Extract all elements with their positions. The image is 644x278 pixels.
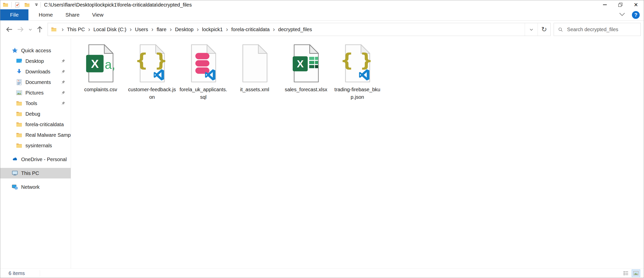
sidebar-item-label: This PC	[21, 170, 39, 176]
sidebar-tree: Quick accessDesktopDownloadsADocumentsPi…	[0, 45, 71, 192]
folder-app-icon	[3, 2, 9, 8]
file-tile[interactable]: Xa, complaints.csv	[75, 43, 126, 93]
breadcrumb-item[interactable]: lockpick1	[201, 27, 224, 32]
sidebar-item-quick-access[interactable]: Quick access	[0, 45, 71, 56]
ribbon-tab-bar: File Home Share View ?	[0, 9, 644, 21]
sidebar-item-label: sysinternals	[25, 143, 52, 149]
breadcrumb-separator-icon: ›	[167, 27, 174, 32]
close-button[interactable]: ×	[628, 0, 644, 9]
svg-text:A: A	[18, 80, 19, 82]
sidebar-item-label: Debug	[25, 111, 40, 117]
forward-button[interactable]	[15, 24, 26, 35]
sidebar-item-sysinternals[interactable]: sysinternals	[0, 140, 71, 151]
pin-icon	[60, 69, 66, 74]
breadcrumb-item[interactable]: flare	[156, 27, 168, 32]
breadcrumb-separator-icon: ›	[127, 27, 134, 32]
sidebar-item-this-pc[interactable]: This PC	[0, 168, 71, 178]
folder-icon	[16, 100, 23, 107]
breadcrumb-item[interactable]: Users	[134, 27, 149, 32]
tab-share[interactable]: Share	[59, 9, 86, 20]
star-icon	[11, 47, 18, 54]
status-bar: 6 items	[0, 268, 644, 278]
file-tile[interactable]: it_assets.xml	[229, 43, 280, 93]
breadcrumb-item[interactable]: decrypted_files	[277, 27, 313, 32]
arrow-right-icon	[17, 25, 25, 33]
sidebar-item-label: forela-criticaldata	[25, 122, 64, 127]
sidebar-item-documents[interactable]: ADocuments	[0, 77, 71, 87]
window-title: C:\Users\flare\Desktop\lockpick1\forela-…	[44, 2, 192, 8]
sidebar-item-network[interactable]: Network	[0, 182, 71, 192]
titlebar-separator-2	[41, 2, 41, 8]
file-list-area[interactable]: Xa, complaints.csv { } customer-feedback…	[71, 38, 644, 268]
sidebar-item-desktop[interactable]: Desktop	[0, 56, 71, 66]
breadcrumb-separator-icon: ›	[195, 27, 201, 32]
json-vscode-icon: { }	[137, 43, 167, 83]
file-tile[interactable]: { } trading-firebase_bkup.json	[332, 43, 383, 101]
thumbnails-view-button[interactable]	[632, 269, 640, 277]
excel-csv-icon: Xa,	[86, 43, 116, 83]
file-name: forela_uk_applicants.sql	[178, 86, 228, 101]
help-button[interactable]: ?	[632, 11, 640, 19]
file-tile[interactable]: X sales_forecast.xlsx	[280, 43, 332, 93]
quick-access-toolbar	[14, 2, 38, 8]
sidebar-item-label: Network	[21, 184, 40, 190]
maximize-restore-button[interactable]	[613, 0, 628, 9]
customize-toolbar-dropdown[interactable]	[35, 4, 38, 6]
svg-text:a,: a,	[105, 58, 115, 72]
onedrive-icon	[11, 156, 18, 163]
tab-file[interactable]: File	[0, 9, 28, 20]
chevron-down-icon	[618, 11, 626, 18]
search-icon	[558, 27, 563, 32]
details-view-button[interactable]	[622, 269, 630, 277]
sidebar-item-label: Real Malware Samp	[25, 132, 71, 138]
sidebar-item-tools[interactable]: Tools	[0, 98, 71, 109]
folder-icon	[16, 132, 23, 138]
sidebar-item-label: Quick access	[21, 48, 51, 54]
svg-text:{ }: { }	[137, 50, 167, 71]
tab-view[interactable]: View	[86, 9, 110, 20]
sidebar-item-onedrive-personal[interactable]: OneDrive - Personal	[0, 154, 71, 165]
folder-icon	[16, 111, 23, 117]
properties-button[interactable]	[14, 2, 20, 8]
address-history-dropdown[interactable]	[525, 23, 538, 36]
restore-icon	[618, 3, 622, 7]
excel-xlsx-icon: X	[291, 43, 321, 83]
search-box[interactable]	[554, 23, 641, 36]
recent-locations-dropdown[interactable]	[27, 24, 33, 35]
arrow-left-icon	[5, 25, 13, 33]
file-tile[interactable]: { } customer-feedback.json	[126, 43, 178, 101]
address-folder-icon	[48, 26, 59, 32]
sidebar-item-label: OneDrive - Personal	[21, 157, 67, 162]
document-icon: A	[16, 79, 23, 85]
explorer-window: C:\Users\flare\Desktop\lockpick1\forela-…	[0, 0, 644, 278]
sidebar-item-label: Desktop	[25, 58, 44, 64]
titlebar-separator	[11, 2, 12, 8]
back-button[interactable]	[4, 24, 14, 35]
sidebar-item-debug[interactable]: Debug	[0, 109, 71, 119]
breadcrumb-separator-icon: ›	[224, 27, 230, 32]
address-bar[interactable]: ›This PC›Local Disk (C:)›Users›flare›Des…	[48, 23, 551, 36]
pin-icon	[60, 59, 66, 64]
sidebar-item-forela-criticaldata[interactable]: forela-criticaldata	[0, 119, 71, 130]
breadcrumb-item[interactable]: forela-criticaldata	[230, 27, 271, 32]
close-icon: ×	[634, 2, 638, 8]
sidebar-item-pictures[interactable]: Pictures	[0, 87, 71, 98]
sidebar-item-downloads[interactable]: Downloads	[0, 66, 71, 77]
sidebar-item-real-malware-samp[interactable]: Real Malware Samp	[0, 130, 71, 140]
folder-icon	[16, 142, 23, 149]
breadcrumb-item[interactable]: Desktop	[174, 27, 194, 32]
search-input[interactable]	[566, 26, 640, 33]
new-folder-button[interactable]	[24, 2, 30, 8]
breadcrumb-item[interactable]: Local Disk (C:)	[92, 27, 127, 32]
expand-ribbon-button[interactable]	[618, 11, 626, 19]
title-bar: C:\Users\flare\Desktop\lockpick1\forela-…	[0, 0, 644, 9]
breadcrumb: ›This PC›Local Disk (C:)›Users›flare›Des…	[59, 27, 525, 32]
refresh-button[interactable]: ↻	[538, 23, 550, 36]
tab-home[interactable]: Home	[32, 9, 59, 20]
file-tile[interactable]: forela_uk_applicants.sql	[178, 43, 229, 101]
thumbnails-view-icon	[633, 270, 639, 276]
minimize-button[interactable]	[597, 0, 613, 9]
sidebar-item-label: Documents	[25, 79, 51, 85]
up-button[interactable]	[34, 24, 45, 35]
breadcrumb-item[interactable]: This PC	[66, 27, 86, 32]
